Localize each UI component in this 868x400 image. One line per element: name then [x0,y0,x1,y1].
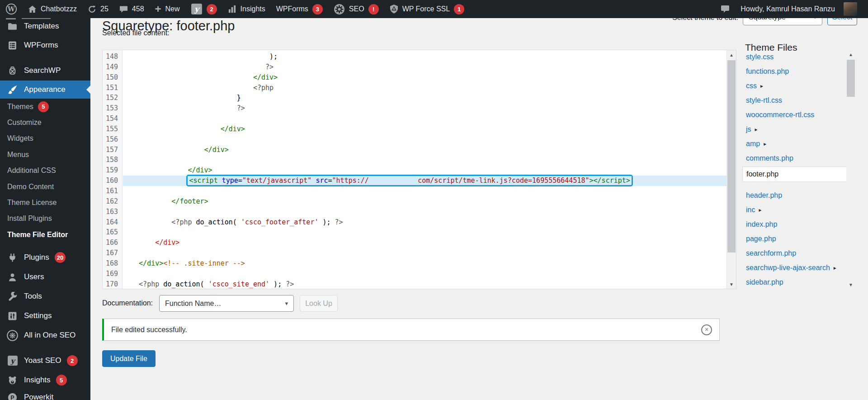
code-line-158[interactable] [123,155,727,165]
submenu-item-additional-css[interactable]: Additional CSS [0,163,90,179]
editor-scrollbar[interactable]: ▲ ▼ [726,50,736,289]
insights-adminbar-link[interactable]: Insights [222,0,271,18]
scroll-up-arrow-icon[interactable]: ▲ [846,50,855,59]
theme-folder-css[interactable]: css▸ [746,79,763,93]
submenu-item-theme-license[interactable]: Theme License [0,195,90,210]
theme-file-link-functions-php[interactable]: functions.php [746,64,789,79]
submenu-item-themes[interactable]: Themes5 [0,99,90,114]
sidebar-item-templates[interactable]: Templates [0,17,90,35]
theme-folder-js[interactable]: js▸ [746,122,758,137]
submenu-item-theme-file-editor[interactable]: Theme File Editor [0,227,90,243]
code-token: <?php [139,280,163,288]
new-content-menu[interactable]: + New [150,0,185,18]
lookup-button[interactable]: Look Up [300,295,338,312]
code-line-149[interactable]: ?> [123,62,727,72]
theme-file-link-header-php[interactable]: header.php [746,188,782,203]
sidebar-item-searchwp[interactable]: SearchWP [0,62,90,80]
theme-file-link-woocommerce-rtl-css[interactable]: woocommerce-rtl.css [746,108,814,122]
sidebar-item-appearance[interactable]: Appearance [0,81,90,99]
update-file-button[interactable]: Update File [102,350,156,367]
theme-file-link-comments-php[interactable]: comments.php [746,151,793,166]
code-token: <!-- .site-inner --> [163,259,245,267]
line-number: 159 [103,165,122,176]
submenu-item-customize[interactable]: Customize [0,114,90,130]
code-line-154[interactable] [123,114,727,124]
yoast-adminbar-menu[interactable]: y 2 [185,0,222,18]
submenu-item-menus[interactable]: Menus [0,147,90,162]
code-line-157[interactable]: </div> [123,145,727,155]
code-line-151[interactable]: <?php [123,83,727,93]
code-token: do_action( [196,218,241,226]
sidebar-item-powerkit[interactable]: PPowerkit [0,388,90,400]
wpforms-adminbar-menu[interactable]: WPForms 3 [271,0,328,18]
code-line-159[interactable]: </div> [123,165,727,176]
theme-file-link-style-rtl-css[interactable]: style-rtl.css [746,93,782,108]
submenu-item-demo-content[interactable]: Demo Content [0,179,90,195]
theme-file-label: index.php [746,220,777,229]
sidebar-item-insights[interactable]: Insights5 [0,371,90,389]
code-line-163[interactable] [123,207,727,217]
sidebar-item-tools[interactable]: Tools [0,287,90,305]
code-line-165[interactable] [123,227,727,238]
submenu-item-widgets[interactable]: Widgets [0,131,90,147]
dismiss-notice-icon[interactable]: ✕ [701,324,712,335]
sidebar-item-users[interactable]: Users [0,268,90,286]
scroll-up-arrow-icon[interactable]: ▲ [727,50,736,59]
sidebar-item-aioseo[interactable]: All in One SEO [0,326,90,344]
insights-label: Insights [241,5,265,13]
code-token: </div> [188,166,212,174]
code-area[interactable]: ); ?> </div> <?php } ?> </div> [123,50,727,289]
code-token: <?php [171,218,196,226]
updates-link[interactable]: 25 [82,0,114,18]
sidebar-item-label: Tools [24,292,42,301]
theme-file-link-searchform-php[interactable]: searchform.php [746,246,796,261]
code-editor[interactable]: 1481491501511521531541551561571581591601… [102,50,736,289]
code-line-169[interactable] [123,269,727,279]
theme-folder-searchwp-live-ajax-search[interactable]: searchwp-live-ajax-search▸ [746,261,836,275]
chat-adminbar-button[interactable] [715,0,735,18]
yoast-icon: y [6,355,19,366]
theme-file-link-page-php[interactable]: page.php [746,232,776,246]
line-number: 151 [103,83,122,93]
sidebar-item-yoast[interactable]: yYoast SEO2 [0,352,90,370]
theme-file-label: sidebar.php [746,278,783,286]
scroll-down-arrow-icon[interactable]: ▼ [727,280,736,289]
theme-folder-inc[interactable]: inc▸ [746,203,761,217]
seo-adminbar-menu[interactable]: SEO ! [328,0,384,18]
sidebar-item-wpforms[interactable]: WPForms [0,36,90,54]
scroll-down-arrow-icon[interactable]: ▼ [846,280,855,289]
code-line-168[interactable]: </div><!-- .site-inner --> [123,258,727,269]
sidebar-item-settings[interactable]: Settings [0,307,90,325]
sidebar-item-plugins[interactable]: Plugins20 [0,248,90,267]
submenu-item-install-plugins[interactable]: Install Plugins [0,211,90,227]
theme-files-scrollbar[interactable]: ▲ ▼ [846,50,855,289]
wp-logo-menu[interactable]: W [0,0,23,18]
comments-link[interactable]: 458 [114,0,150,18]
editor-scrollbar-thumb[interactable] [727,60,736,252]
code-line-148[interactable]: ); [123,52,727,62]
code-line-162[interactable]: </footer> [123,196,727,207]
code-line-150[interactable]: </div> [123,72,727,83]
code-line-155[interactable]: </div> [123,124,727,134]
documentation-select-dropdown[interactable]: Function Name… ▾ [159,295,294,312]
wp-force-ssl-adminbar-menu[interactable]: WP Force SSL 1 [384,0,470,18]
code-token: type [222,176,238,185]
code-line-167[interactable] [123,248,727,258]
theme-file-current-footer-php[interactable]: footer.php [742,167,851,182]
code-line-166[interactable]: </div> [123,238,727,248]
theme-folder-amp[interactable]: amp▸ [746,137,766,151]
code-line-161[interactable] [123,186,727,196]
site-name-link[interactable]: Chatbotzzz [23,0,82,18]
code-line-153[interactable]: ?> [123,103,727,114]
theme-file-link-sidebar-php[interactable]: sidebar.php [746,275,783,290]
theme-file-link-style-css[interactable]: style.css [746,50,774,64]
theme-file-link-index-php[interactable]: index.php [746,217,777,232]
sidebar-item-label: Yoast SEO [24,356,61,365]
code-line-152[interactable]: } [123,93,727,103]
code-line-170[interactable]: <?php do_action( 'csco_site_end' ); ?> [123,279,727,289]
code-line-156[interactable] [123,134,727,145]
my-account-menu[interactable]: Howdy, Kamrul Hasan Ranzu [735,0,863,18]
code-line-160[interactable]: <script type="text/javascript" src="http… [123,176,727,186]
theme-files-scrollbar-thumb[interactable] [847,60,855,97]
code-line-164[interactable]: <?php do_action( 'csco_footer_after' ); … [123,217,727,228]
